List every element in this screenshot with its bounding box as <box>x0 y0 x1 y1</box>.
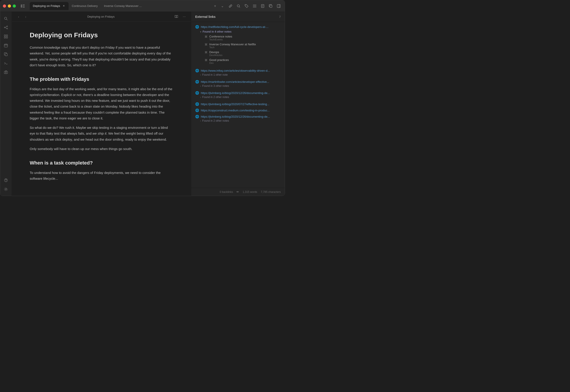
ext-link-row-3: 🌐 https://martinfowler.com/articles/deve… <box>195 80 281 84</box>
found-in-other-3: › Found in 3 other notes <box>200 84 281 88</box>
new-tab-button[interactable]: + <box>212 3 218 9</box>
note-name-3[interactable]: Devops <box>209 50 222 54</box>
main-area: ‹ › Deploying on Fridays ··· Deployin <box>0 12 285 196</box>
doc-section1-p2-em: we ship it <box>92 131 107 135</box>
svg-rect-0 <box>21 4 22 8</box>
tab-inverse-conway[interactable]: Inverse Conway Maneuver ... <box>101 2 145 10</box>
svg-rect-23 <box>6 35 8 36</box>
ext-link-item-1: 🌐 https://netflixtechblog.com/full-cycle… <box>191 24 285 67</box>
found-toggle-1[interactable]: ▾ Found in 4 other notes <box>200 29 281 34</box>
tab-label: Deploying on Fridays <box>33 4 60 8</box>
svg-line-20 <box>5 26 7 27</box>
found-other-label-3: Found in 3 other notes <box>202 84 229 87</box>
reader-icon[interactable] <box>173 14 179 20</box>
doc-section1-p2: So what do we do? We rush it. Maybe we s… <box>30 125 173 142</box>
link-icon[interactable] <box>227 3 234 9</box>
maximize-button[interactable] <box>13 4 16 8</box>
tab-continuous-delivery[interactable]: Continuous Delivery <box>69 2 101 10</box>
tab-deploying-on-fridays[interactable]: Deploying on Fridays ✕ <box>30 2 69 10</box>
sidebar-toggle-button[interactable] <box>19 3 26 9</box>
sidebar-item-grid[interactable] <box>2 32 10 41</box>
search-icon[interactable] <box>235 3 242 9</box>
ext-link-url-3[interactable]: https://martinfowler.com/articles/develo… <box>201 80 269 84</box>
sidebar-item-help[interactable] <box>2 176 10 184</box>
found-in-other-row-3[interactable]: › Found in 3 other notes <box>200 84 281 88</box>
tab-actions: + ⌄ <box>212 3 225 9</box>
found-in-other-7: › Found in 2 other notes <box>200 118 281 123</box>
copy-link-icon[interactable] <box>267 3 274 9</box>
note-path-1: Tech/Events <box>209 38 232 41</box>
found-in-other-row-7[interactable]: › Found in 2 other notes <box>200 119 281 123</box>
close-button[interactable] <box>3 4 6 8</box>
tab-dropdown-button[interactable]: ⌄ <box>219 3 225 9</box>
note-name-1[interactable]: Conference notes <box>209 35 232 38</box>
svg-point-19 <box>7 28 8 29</box>
ext-link-url-6[interactable]: https://copyconstruct.medium.com/testing… <box>201 109 270 112</box>
note-info-2: Inverse Conway Maneuver at Netflix Tech <box>209 43 256 49</box>
ext-link-row-1: 🌐 https://netflixtechblog.com/full-cycle… <box>195 25 281 28</box>
ext-link-item-3: 🌐 https://martinfowler.com/articles/deve… <box>191 79 285 90</box>
found-section-1: ▾ Found in 4 other notes ⌘ Conference no… <box>200 29 281 65</box>
svg-line-21 <box>5 28 7 28</box>
sidebar-item-graph[interactable] <box>2 23 10 31</box>
more-options-icon[interactable]: ··· <box>181 14 187 20</box>
chevron-down-icon-1: ▾ <box>200 31 201 33</box>
sidebar-item-search[interactable] <box>2 14 10 23</box>
panel-header: External links 7 <box>191 12 285 22</box>
chevron-right-icon-4: › <box>200 96 201 98</box>
doc-heading-1: Deploying on Fridays <box>30 31 173 39</box>
sidebar-item-calendar[interactable] <box>2 41 10 49</box>
tag-icon[interactable] <box>243 3 250 9</box>
doc-content[interactable]: Deploying on Fridays Common knowledge sa… <box>12 22 191 196</box>
found-in-other-4: › Found in 2 other notes <box>200 95 281 99</box>
found-in-other-row-2[interactable]: › Found in 1 other note <box>200 73 281 77</box>
ext-link-row-7: 🌐 https://jivimberg.io/blog/2020/12/26/d… <box>195 115 281 118</box>
note-name-4[interactable]: Good practices <box>209 58 229 62</box>
panel-count: 7 <box>279 15 281 18</box>
chevron-right-icon-7: › <box>200 120 201 122</box>
note-info-1: Conference notes Tech/Events <box>209 35 232 41</box>
right-panel-toggle[interactable] <box>275 3 282 9</box>
doc-toolbar: ‹ › Deploying on Fridays ··· <box>12 12 191 22</box>
found-in-other-row-4[interactable]: › Found in 2 other notes <box>200 95 281 99</box>
doc-heading-2: The problem with Fridays <box>30 76 173 83</box>
svg-rect-1 <box>23 4 25 5</box>
globe-icon-3: 🌐 <box>195 80 199 84</box>
sidebar-item-camera[interactable] <box>2 68 10 76</box>
forward-button[interactable]: › <box>23 14 29 20</box>
svg-rect-30 <box>5 54 7 56</box>
note-name-2[interactable]: Inverse Conway Maneuver at Netflix <box>209 43 256 46</box>
svg-rect-26 <box>4 44 8 47</box>
globe-icon-1: 🌐 <box>195 25 199 28</box>
ext-link-item-7: 🌐 https://jivimberg.io/blog/2020/12/26/d… <box>191 113 285 125</box>
sidebar-item-settings[interactable] <box>2 185 10 193</box>
note-icon[interactable] <box>259 3 266 9</box>
sidebar-item-terminal[interactable] <box>2 59 10 67</box>
panel-content: 🌐 https://netflixtechblog.com/full-cycle… <box>191 22 285 188</box>
ext-link-item-4: 🌐 https://jivimberg.io/blog/2020/12/26/d… <box>191 90 285 101</box>
svg-point-36 <box>5 189 6 190</box>
list-icon[interactable] <box>251 3 258 9</box>
footer-characters: 7,785 characters <box>261 190 281 194</box>
footer-backlinks: 0 backlinks <box>220 190 233 194</box>
ext-link-url-7[interactable]: https://jivimberg.io/blog/2020/12/26/doc… <box>201 115 270 118</box>
ext-link-row-2: 🌐 https://www.infoq.com/articles/observa… <box>195 69 281 72</box>
found-other-label-7: Found in 2 other notes <box>202 119 229 122</box>
minimize-button[interactable] <box>8 4 11 8</box>
doc-title: Deploying on Fridays <box>31 15 171 18</box>
doc-nav: ‹ › <box>15 14 29 20</box>
ext-link-url-4[interactable]: https://jivimberg.io/blog/2020/12/26/doc… <box>201 91 270 95</box>
svg-point-35 <box>6 181 6 182</box>
sidebar-item-copy[interactable] <box>2 50 10 58</box>
doc-intro-paragraph: Common knowledge says that you don't dep… <box>30 45 173 68</box>
doc-section1-p3: Only somebody will have to clean up our … <box>30 146 173 152</box>
ext-link-url-2[interactable]: https://www.infoq.com/articles/observabi… <box>201 69 270 72</box>
ext-link-url-1[interactable]: https://netflixtechblog.com/full-cycle-d… <box>201 25 269 28</box>
tab-close-button[interactable]: ✕ <box>62 4 65 8</box>
svg-rect-3 <box>23 7 25 8</box>
svg-point-5 <box>246 5 246 5</box>
ext-link-row-5: 🌐 https://jivimberg.io/blog/2020/07/27/e… <box>195 102 281 106</box>
ext-link-url-5[interactable]: https://jivimberg.io/blog/2020/07/27/eff… <box>201 102 269 106</box>
back-button[interactable]: ‹ <box>15 14 22 20</box>
panel-footer: 0 backlinks ✏ 1,315 words 7,785 characte… <box>191 188 285 196</box>
